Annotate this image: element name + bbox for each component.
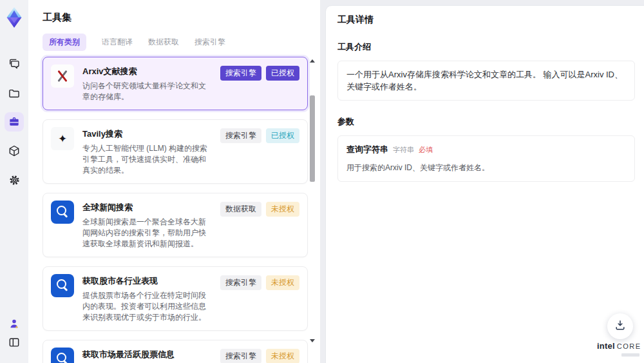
toolbox-icon [8,115,21,128]
scroll-up-arrow[interactable] [310,59,315,63]
tool-icon [51,201,74,224]
intel-sub-mark [621,353,639,357]
category-tab[interactable]: 所有类别 [43,34,86,51]
tool-name: Arxiv文献搜索 [82,66,212,77]
param-name: 查询字符串 [346,143,388,155]
tool-description: 提供股票市场各个行业在特定时间段内的表现。投资者可以利用这些信息来识别表现优于或… [82,290,212,323]
tool-card[interactable]: 全球新闻搜索 全球新闻搜索是一个聚合全球各大新闻网站内容的搜索引擎，帮助用户快速… [43,193,308,257]
category-tab[interactable]: 数据获取 [148,34,179,51]
tool-name: 全球新闻搜索 [82,202,212,213]
tool-detail-panel: 工具详情 工具介绍 一个用于从Arxiv存储库搜索科学论文和文章的工具。 输入可… [325,5,644,363]
sidebar-item-files[interactable] [5,84,24,103]
download-icon [614,319,627,334]
tool-list: Arxiv文献搜索 访问各个研究领域大量科学论文和文章的存储库。 搜索引擎 已授… [43,57,308,363]
sidebar-item-panel-toggle[interactable] [5,333,24,352]
tool-category-badge: 搜索引擎 [220,275,261,290]
tool-name: 获取市场最活跃股票信息 [82,349,212,360]
sidebar-item-settings[interactable] [5,170,24,190]
intel-core-logo: intelCORE [597,340,639,357]
tool-category-badge: 搜索引擎 [220,66,261,81]
param-description: 用于搜索的Arxiv ID、关键字或作者姓名。 [346,162,626,174]
tool-status-badge: 未授权 [266,349,299,363]
tool-status-badge: 未授权 [266,275,299,290]
param-box: 查询字符串 字符串 必填 用于搜索的Arxiv ID、关键字或作者姓名。 [337,135,635,182]
scrollbar-thumb[interactable] [310,95,315,182]
tool-description: 访问各个研究领域大量科学论文和文章的存储库。 [82,81,212,103]
tool-description: 专为人工智能代理 (LLM) 构建的搜索引擎工具，可快速提供实时、准确和真实的结… [82,143,212,176]
tool-icon [51,64,74,88]
intel-brand-text: intel [597,341,615,351]
tool-icon [51,348,74,363]
tool-card[interactable]: 获取股市各行业表现 提供股票市场各个行业在特定时间段内的表现。投资者可以利用这些… [43,266,308,331]
download-button[interactable] [607,313,633,339]
params-heading: 参数 [337,116,635,128]
package-icon [8,144,21,157]
category-tab[interactable]: 语言翻译 [102,34,133,51]
intro-heading: 工具介绍 [337,41,635,53]
tool-category-badge: 数据获取 [220,202,261,217]
detail-title: 工具详情 [337,14,635,26]
chat-icon [8,57,21,70]
intro-box: 一个用于从Arxiv存储库搜索科学论文和文章的工具。 输入可以是Arxiv ID… [337,61,635,101]
tool-name: 获取股市各行业表现 [82,275,212,287]
category-tab[interactable]: 搜索引擎 [194,34,225,51]
sidebar-item-packages[interactable] [5,141,24,161]
sidebar-item-tools[interactable] [5,112,24,132]
param-required-badge: 必填 [419,144,433,156]
tool-card[interactable]: 获取市场最活跃股票信息 提供当天交易量最高的股票列表，投资者可以利用这些信息来识… [43,340,308,363]
tool-name: Tavily搜索 [82,128,212,140]
list-scrollbar[interactable] [308,57,316,345]
param-type: 字符串 [393,144,414,156]
panel-toggle-icon [8,336,21,349]
core-brand-text: CORE [617,342,641,350]
tool-status-badge: 未授权 [266,202,299,217]
page-title: 工具集 [28,0,320,24]
sidebar-rail [0,0,28,363]
tool-icon [51,127,74,150]
tool-status-badge: 已授权 [266,66,299,81]
tool-list-panel: 工具集 所有类别语言翻译数据获取搜索引擎 Arxiv文献搜索 访问各个研究领域大… [28,0,320,363]
tool-card[interactable]: Tavily搜索 专为人工智能代理 (LLM) 构建的搜索引擎工具，可快速提供实… [43,119,308,184]
app-logo [3,5,26,30]
tool-category-badge: 搜索引擎 [220,128,261,143]
tool-status-badge: 已授权 [266,128,299,143]
tool-icon [51,274,74,297]
tool-card[interactable]: Arxiv文献搜索 访问各个研究领域大量科学论文和文章的存储库。 搜索引擎 已授… [43,57,308,110]
folder-icon [8,87,21,100]
sidebar-item-chat[interactable] [5,54,24,74]
settings-icon [8,173,21,187]
user-icon [8,317,21,330]
tool-category-badge: 搜索引擎 [220,349,261,363]
scroll-down-arrow[interactable] [310,339,315,342]
tool-description: 全球新闻搜索是一个聚合全球各大新闻网站内容的搜索引擎，帮助用户快速获取全球最新资… [82,217,212,250]
sidebar-item-account[interactable] [5,314,24,333]
category-tabs: 所有类别语言翻译数据获取搜索引擎 [43,34,320,51]
